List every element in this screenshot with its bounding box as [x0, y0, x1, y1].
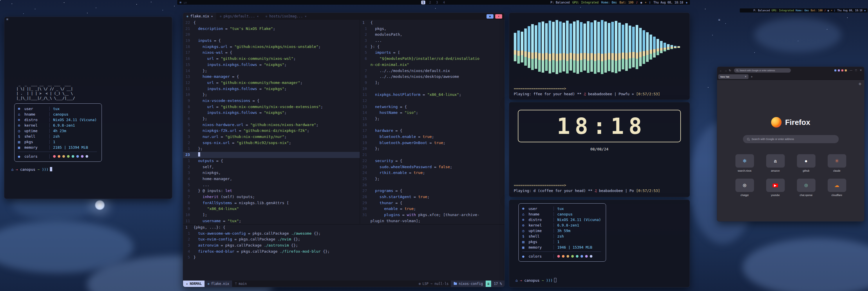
eye-toggle-button[interactable]: ◉: [487, 14, 493, 19]
extension-icon[interactable]: [841, 69, 843, 71]
brightness-icon[interactable]: ☀: [645, 1, 647, 4]
shortcut-chatgpt[interactable]: ⊛chatgpt: [732, 179, 757, 197]
tab-close-icon[interactable]: ✕: [211, 15, 213, 18]
clock[interactable]: Thu Aug 08, 18:18: [654, 1, 683, 4]
visualizer-bar: [615, 21, 617, 74]
media-icon[interactable]: ♪: [636, 1, 638, 4]
line-number: 4: [183, 176, 193, 182]
fetch-row-memory: ▦memory1946 | 15394 MiB: [522, 244, 601, 250]
editor-pane-pkgs-default[interactable]: 1{pkgs, ...}: {1 tux-awesome-wm-config =…: [183, 224, 504, 268]
line-text: forAllSystems = nixpkgs.lib.genAttrs [: [193, 200, 360, 206]
line-number: 22: [360, 158, 370, 164]
forward-button[interactable]: →: [724, 69, 727, 72]
tab-new-tab[interactable]: New Tab✕: [718, 74, 748, 79]
shell-prompt[interactable]: ⌂ → canopus ~ ))): [11, 167, 172, 172]
project-name: nixos-config: [459, 282, 483, 286]
visualizer-bar: [590, 22, 593, 71]
code-line: 16 url = "github:nix-community/nixos-wsl…: [183, 56, 360, 62]
code-line: 21 description = "tux's NixOS Flake";: [183, 26, 360, 32]
tab-close-icon[interactable]: ✕: [745, 76, 746, 78]
status-chip[interactable]: Bat: 100: [619, 1, 633, 4]
shortcut-cloudflare[interactable]: ☁cloudflare: [825, 179, 849, 197]
shortcut-amazon[interactable]: aamazon: [763, 154, 788, 172]
code-line: 2 tux-nvim-config = pkgs.callPackage ./n…: [183, 236, 504, 242]
status-chip[interactable]: GPU: Integrated: [772, 9, 794, 12]
shortcut-claude[interactable]: ✳claude: [825, 154, 849, 172]
code-line: 4 firefox-mod-blur = pkgs.callPackage ./…: [183, 249, 504, 255]
audio-visualizer-window[interactable]: =======================> Playing: ffee f…: [509, 12, 690, 100]
bluetooth-icon[interactable]: ᛒ: [834, 9, 836, 12]
editor-tab-flake-nix[interactable]: ❄flake.nix✕: [183, 13, 216, 20]
shortcut-card: ●: [797, 154, 815, 168]
palette-dot: [53, 155, 56, 158]
fetch-row-shell: $shellzsh: [522, 233, 601, 239]
terminal-fastfetch-window[interactable]: _ _ ___ __ __ ___ ___ | \| ||_ _|\ \/ //…: [4, 17, 172, 199]
close-button[interactable]: ✕: [495, 14, 502, 19]
power-icon[interactable]: ◈: [864, 9, 866, 12]
status-chip[interactable]: Home: 6ms: [796, 9, 809, 12]
code-line: 12 url = "github:nix-community/home-mana…: [183, 80, 360, 86]
newtab-search-bar[interactable]: Search with Google or enter address: [743, 135, 839, 143]
status-chip[interactable]: Bat: 100: [811, 9, 823, 12]
new-tab-button[interactable]: +: [751, 75, 752, 79]
shortcut-chat.openai[interactable]: ⊛chat.openai: [794, 179, 819, 197]
line-number: 4: [183, 249, 193, 255]
editor-pane-flake-nix[interactable]: 22{21 description = "tux's NixOS Flake";…: [183, 20, 360, 224]
shortcut-search.nixos[interactable]: ❄search.nixos: [732, 154, 757, 172]
workspace-2[interactable]: 2: [428, 1, 432, 4]
code-line: 5}: [183, 254, 504, 261]
shortcut-github[interactable]: ●github: [794, 154, 819, 172]
personalize-gear-icon[interactable]: ⚙: [859, 82, 861, 86]
firefox-window[interactable]: ← → ↻ Search with Google or enter addres…: [717, 66, 865, 222]
line-text: thunar = {: [370, 200, 504, 206]
line-number: 3: [183, 170, 193, 176]
workspace-1[interactable]: 1: [421, 1, 425, 4]
clock-widget-window[interactable]: 18:18 08/08/24 =======================> …: [509, 102, 690, 197]
layoutbox-icon[interactable]: ≡: [718, 18, 720, 22]
tab-close-icon[interactable]: ✕: [257, 15, 258, 18]
close-button[interactable]: ✕: [860, 69, 862, 72]
status-chip[interactable]: Home: 8ms: [601, 1, 617, 4]
code-line: 1 outputs = {: [183, 158, 360, 164]
tab-close-icon[interactable]: ✕: [305, 15, 306, 18]
back-button[interactable]: ←: [719, 69, 722, 72]
line-text: outputs = {: [193, 158, 360, 164]
record-icon[interactable]: ◉: [828, 9, 829, 12]
clock[interactable]: Thu Aug 08, 18:18: [837, 9, 863, 12]
brightness-icon[interactable]: ☀: [831, 9, 832, 12]
mode-label: NORMAL: [190, 282, 202, 286]
record-icon[interactable]: ◉: [641, 1, 642, 4]
editor-tab-hosts-isoImag-[interactable]: ❄hosts/isoImag...✕: [262, 13, 310, 20]
menu-icon[interactable]: ≡: [180, 1, 182, 4]
extension-icon[interactable]: [838, 69, 840, 71]
editor-tab-pkgs-default-[interactable]: ❄pkgs/default...✕: [216, 13, 262, 20]
workspace-3[interactable]: 3: [435, 1, 439, 4]
now-playing-text: Playing: ffee for your head) ** ♫ beabad…: [514, 92, 685, 96]
terminal-fastfetch-window-2[interactable]: ☻usertux⌂hnamecanopus❄distroNixOS 24.11 …: [509, 200, 690, 288]
status-chip[interactable]: P: Balanced: [753, 9, 770, 12]
reload-button[interactable]: ↻: [729, 69, 731, 72]
layoutbox-icon[interactable]: ≡: [6, 18, 8, 21]
status-chip[interactable]: GPU: Integrated: [572, 1, 598, 4]
bluetooth-icon[interactable]: ᛒ: [649, 1, 651, 4]
neovim-window[interactable]: ❄flake.nix✕❄pkgs/default...✕❄hosts/isoIm…: [183, 12, 505, 287]
url-bar[interactable]: Search with Google or enter address: [734, 68, 791, 72]
media-icon[interactable]: ♪: [824, 9, 826, 12]
extension-icon[interactable]: [845, 69, 847, 71]
bar-left-widgets: ≡ ❏❐: [177, 1, 187, 4]
layout-icon[interactable]: ❐: [185, 1, 187, 4]
shortcut-card: a: [766, 154, 785, 168]
minimize-button[interactable]: —: [850, 69, 852, 72]
workspace-4[interactable]: 4: [442, 1, 446, 4]
shell-prompt[interactable]: ⌂ → canopus ~ ))): [516, 278, 690, 283]
power-icon[interactable]: ◈: [686, 1, 687, 4]
visualizer-bar: [656, 39, 659, 56]
line-number: 24: [360, 170, 370, 176]
extension-icon[interactable]: [834, 69, 836, 71]
maximize-button[interactable]: □: [855, 69, 857, 72]
status-chip[interactable]: P: Balanced: [551, 1, 570, 4]
shortcut-youtube[interactable]: ▶youtube: [763, 179, 788, 197]
line-number: 9: [183, 206, 193, 212]
editor-pane-iso-image[interactable]: 1{1 pkgs,2 modulesPath,3 ...4}: {5 impor…: [360, 20, 504, 224]
code-line: 6 } @ inputs: let: [183, 188, 360, 194]
